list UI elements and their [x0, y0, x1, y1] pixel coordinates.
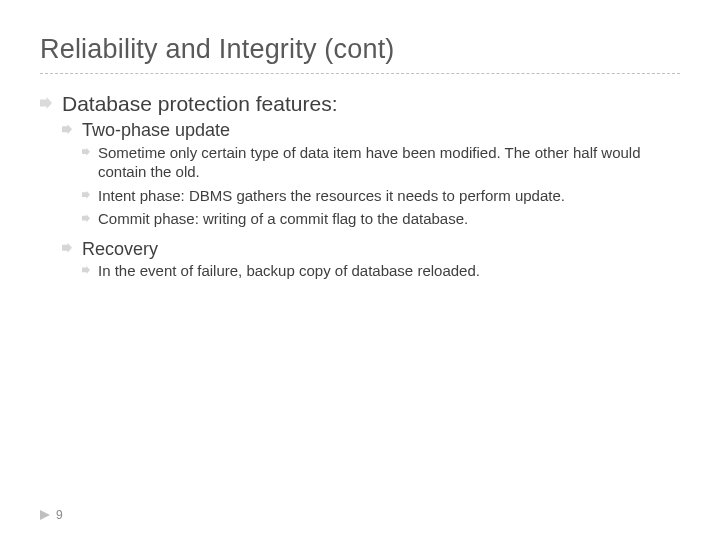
page-number: 9: [56, 508, 63, 522]
bullet-lvl3-item: Sometime only certain type of data item …: [82, 143, 680, 182]
slide-title: Reliability and Integrity (cont): [40, 34, 680, 65]
bullet-lvl2-text: Two-phase update: [82, 120, 230, 140]
page-marker-icon: [40, 510, 50, 520]
bullet-lvl1-text: Database protection features:: [62, 92, 338, 115]
bullet-lvl3-item: Intent phase: DBMS gathers the resources…: [82, 186, 680, 206]
bullet-lvl3-item: Commit phase: writing of a commit flag t…: [82, 209, 680, 229]
bullet-lvl2-item: Two-phase update Sometime only certain t…: [62, 118, 680, 228]
svg-marker-0: [40, 510, 50, 520]
bullet-list-level3: Sometime only certain type of data item …: [82, 143, 680, 229]
bullet-list-level2: Two-phase update Sometime only certain t…: [62, 118, 680, 280]
bullet-list-level1: Database protection features: Two-phase …: [40, 90, 680, 280]
bullet-lvl2-item: Recovery In the event of failure, backup…: [62, 237, 680, 281]
slide-footer: 9: [40, 508, 63, 522]
bullet-lvl1-item: Database protection features: Two-phase …: [40, 90, 680, 280]
slide: Reliability and Integrity (cont) Databas…: [0, 0, 720, 540]
title-divider: [40, 73, 680, 74]
bullet-lvl3-item: In the event of failure, backup copy of …: [82, 261, 680, 281]
bullet-lvl2-text: Recovery: [82, 239, 158, 259]
bullet-list-level3: In the event of failure, backup copy of …: [82, 261, 680, 281]
